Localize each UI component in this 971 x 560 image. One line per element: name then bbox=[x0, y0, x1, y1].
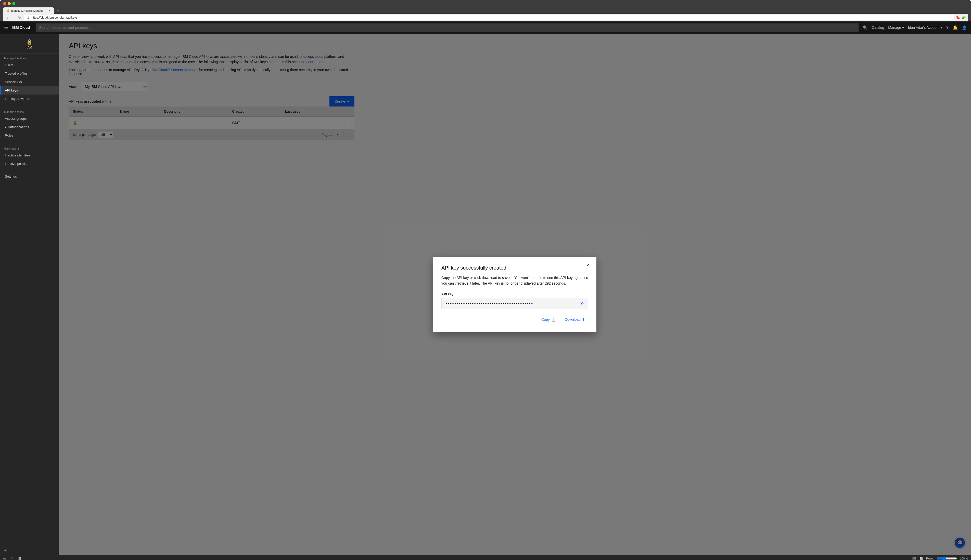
address-lock-icon: 🔒 bbox=[27, 16, 30, 19]
modal-description: Copy the API key or click download to sa… bbox=[441, 275, 588, 287]
statusbar-icon-2[interactable]: 📱 bbox=[11, 557, 14, 560]
reload-button[interactable]: ↻ bbox=[17, 15, 23, 20]
sidebar-item-settings[interactable]: Settings bbox=[0, 172, 58, 181]
zoom-slider[interactable] bbox=[937, 557, 957, 560]
traffic-light-green[interactable] bbox=[12, 2, 15, 5]
traffic-light-red[interactable] bbox=[3, 2, 6, 5]
api-key-masked-value: •••••••••••••••••••••••••••••••••••••••• bbox=[446, 302, 580, 306]
sidebar-item-roles[interactable]: Roles bbox=[0, 131, 58, 140]
modal-overlay: API key successfully created × Copy the … bbox=[58, 33, 971, 555]
sidebar-item-authorizations[interactable]: ▶ Authorizations bbox=[0, 123, 58, 131]
sidebar-item-inactive-policies[interactable]: Inactive policies bbox=[0, 160, 58, 168]
statusbar-icon-1[interactable]: 📷 bbox=[3, 557, 7, 560]
help-icon-button[interactable]: ? bbox=[946, 25, 949, 30]
modal-field-label: API key bbox=[441, 292, 588, 296]
browser-tab[interactable]: 🔒 Identity & Access Manage ✕ bbox=[3, 7, 54, 14]
section-gain-insight: Gain insight bbox=[0, 144, 58, 151]
sidebar-collapse-button[interactable]: ◀ bbox=[0, 545, 58, 555]
new-tab-button[interactable]: + bbox=[55, 7, 61, 14]
tab-close[interactable]: ✕ bbox=[48, 9, 50, 12]
traffic-light-yellow[interactable] bbox=[8, 2, 11, 5]
status-bar: 📷 📱 🖼 ⌨ 🔄 Reset 100 % bbox=[0, 555, 971, 560]
search-input[interactable] bbox=[36, 23, 859, 32]
hamburger-menu[interactable]: ☰ bbox=[4, 25, 8, 30]
collapse-icon: ◀ bbox=[4, 548, 7, 552]
sidebar: 🔒 IAM Manage identities Users Trusted pr… bbox=[0, 33, 58, 555]
zoom-level: 100 % bbox=[960, 557, 968, 560]
modal: API key successfully created × Copy the … bbox=[433, 257, 597, 332]
copy-icon: 📋 bbox=[551, 317, 556, 322]
top-navigation: ☰ IBM Cloud 🔍 Catalog Manage ▾ Idan Adar… bbox=[0, 22, 971, 33]
sidebar-item-api-keys[interactable]: API keys bbox=[0, 86, 58, 95]
catalog-link[interactable]: Catalog bbox=[872, 25, 884, 30]
manage-label: Manage bbox=[888, 25, 901, 30]
extensions-button[interactable]: 🧩 bbox=[961, 15, 966, 20]
sidebar-item-users[interactable]: Users bbox=[0, 61, 58, 69]
bookmark-button[interactable]: 🔖 bbox=[956, 15, 960, 20]
sidebar-item-trusted-profiles[interactable]: Trusted profiles bbox=[0, 69, 58, 78]
statusbar-icon-4[interactable]: ⌨ bbox=[913, 557, 916, 560]
account-chevron-icon: ▾ bbox=[940, 25, 942, 30]
toggle-visibility-button[interactable]: 👁 bbox=[580, 302, 584, 306]
sidebar-item-inactive-identities[interactable]: Inactive identities bbox=[0, 151, 58, 160]
download-icon: ⬇ bbox=[582, 317, 585, 322]
back-button[interactable]: ‹ bbox=[5, 15, 10, 20]
modal-key-row: ••••••••••••••••••••••••••••••••••••••••… bbox=[441, 298, 588, 309]
manage-dropdown[interactable]: Manage ▾ bbox=[888, 25, 904, 30]
copy-label: Copy bbox=[541, 317, 550, 322]
modal-actions: Copy 📋 Download ⬇ bbox=[441, 315, 588, 323]
sidebar-item-identity-providers[interactable]: Identity providers bbox=[0, 95, 58, 103]
sidebar-item-service-ids[interactable]: Service IDs bbox=[0, 78, 58, 86]
download-button[interactable]: Download ⬇ bbox=[562, 315, 588, 323]
iam-lock-icon: 🔒 bbox=[26, 39, 33, 45]
copy-button[interactable]: Copy 📋 bbox=[538, 315, 559, 323]
reset-label[interactable]: Reset bbox=[926, 557, 934, 560]
section-manage-identities: Manage identities bbox=[0, 54, 58, 61]
notifications-icon[interactable]: 🔔 bbox=[953, 25, 958, 30]
modal-close-button[interactable]: × bbox=[584, 261, 592, 269]
sidebar-item-access-groups[interactable]: Access groups bbox=[0, 114, 58, 123]
iam-label: IAM bbox=[27, 46, 32, 50]
brand-name[interactable]: IBM Cloud bbox=[12, 25, 30, 30]
manage-chevron-icon: ▾ bbox=[902, 25, 904, 30]
address-url[interactable]: https://cloud.ibm.com/iam/apikeys bbox=[31, 16, 77, 19]
modal-title: API key successfully created bbox=[441, 265, 588, 271]
tab-favicon: 🔒 bbox=[7, 9, 10, 12]
tab-title: Identity & Access Manage bbox=[11, 9, 43, 12]
user-avatar[interactable]: 👤 bbox=[962, 25, 967, 30]
forward-button[interactable]: › bbox=[11, 15, 15, 20]
authorizations-arrow-icon: ▶ bbox=[5, 126, 7, 128]
download-label: Download bbox=[565, 317, 581, 322]
iam-header: 🔒 IAM bbox=[0, 33, 58, 54]
statusbar-icon-5[interactable]: 🔄 bbox=[919, 557, 923, 560]
account-name: Idan Adar's Account bbox=[908, 25, 939, 30]
section-manage-access: Manage access bbox=[0, 107, 58, 114]
search-icon-button[interactable]: 🔍 bbox=[862, 25, 868, 30]
statusbar-icon-3[interactable]: 🖼 bbox=[18, 557, 21, 560]
account-selector[interactable]: Idan Adar's Account ▾ bbox=[908, 25, 942, 30]
